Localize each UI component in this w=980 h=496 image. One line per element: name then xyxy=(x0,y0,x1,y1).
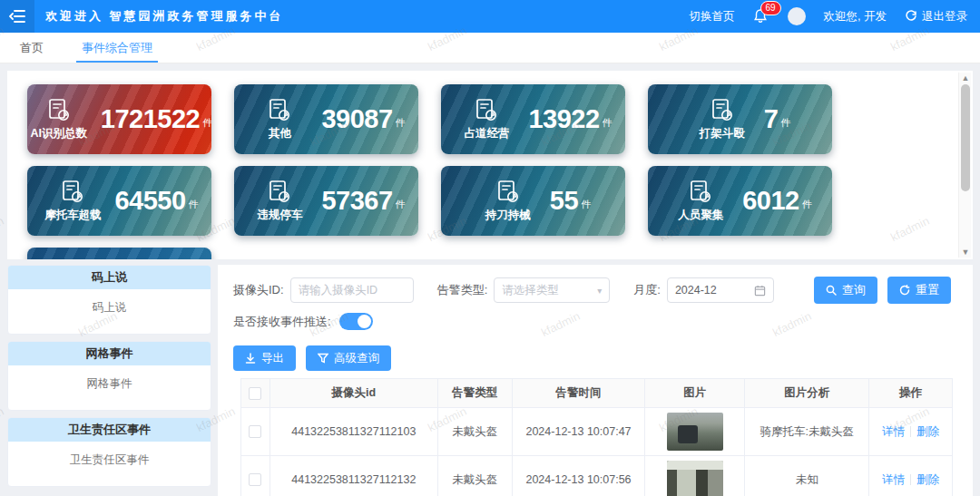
sidebar-card-title: 码上说 xyxy=(8,266,211,289)
document-sync-icon xyxy=(268,180,291,205)
stat-label: 打架斗殴 xyxy=(700,126,745,141)
alert-image[interactable] xyxy=(667,413,723,451)
stat-value: 64550 xyxy=(114,188,185,214)
stat-label: 其他 xyxy=(269,126,291,141)
month-picker[interactable]: 2024-12 xyxy=(667,277,774,303)
filter-funnel-icon xyxy=(318,353,328,364)
stat-card: 其他39087件 xyxy=(234,84,418,154)
tab-bar: 首页 事件综合管理 xyxy=(0,33,980,63)
sidebar-card-item[interactable]: 码上说 xyxy=(8,289,211,316)
export-button[interactable]: 导出 xyxy=(233,345,296,371)
alert-type-select[interactable]: 请选择类型 ▾ xyxy=(494,277,610,303)
notification-bell-icon[interactable]: 69 xyxy=(753,8,769,24)
user-avatar[interactable] xyxy=(788,7,806,25)
document-sync-icon xyxy=(496,180,520,205)
stat-label: 占道经营 xyxy=(464,126,509,141)
cell-camera-id: 44132253811327112103 xyxy=(270,408,438,456)
stat-value: 39087 xyxy=(321,106,392,132)
row-checkbox[interactable] xyxy=(249,425,261,438)
stat-label: 持刀持械 xyxy=(485,208,531,223)
app-title: 欢迎进入 智慧园洲政务管理服务中台 xyxy=(45,8,284,24)
cell-alert-type: 未戴头盔 xyxy=(438,456,513,496)
cell-analysis: 未知 xyxy=(745,456,869,496)
stat-value: 7 xyxy=(764,106,779,132)
document-sync-icon xyxy=(689,180,712,205)
cell-analysis: 骑摩托车:未戴头盔 xyxy=(745,408,869,456)
logout-icon xyxy=(905,10,917,23)
scrollbar-thumb[interactable] xyxy=(961,84,970,191)
switch-home-button[interactable]: 切换首页 xyxy=(690,9,735,24)
select-all-checkbox[interactable] xyxy=(249,387,261,400)
sidebar-card-item[interactable]: 网格事件 xyxy=(8,365,211,392)
stat-value: 57367 xyxy=(321,188,392,214)
document-sync-icon xyxy=(268,98,291,123)
stat-card: 打架斗殴7件 xyxy=(648,84,832,154)
document-sync-icon xyxy=(710,98,734,123)
table-row: 44132253811327112103 未戴头盔 2024-12-13 10:… xyxy=(241,408,953,456)
alert-type-label: 告警类型: xyxy=(437,282,488,298)
stat-card: 违规停车57367件 xyxy=(234,166,418,236)
stat-unit: 件 xyxy=(396,116,406,132)
search-button[interactable]: 查询 xyxy=(814,277,877,304)
watermark-text: kfadmin xyxy=(0,404,6,434)
stat-unit: 件 xyxy=(396,198,406,214)
tab-home[interactable]: 首页 xyxy=(20,33,44,63)
push-toggle-row: 是否接收事件推送: xyxy=(233,313,373,330)
stat-label: 摩托车超载 xyxy=(44,208,102,223)
divider xyxy=(910,474,911,485)
stats-panel: AI识别总数1721522件其他39087件占道经营13922件打架斗殴7件摩托… xyxy=(7,71,973,259)
col-alert-type: 告警类型 xyxy=(438,379,513,408)
month-value: 2024-12 xyxy=(675,284,717,297)
alert-image[interactable] xyxy=(667,461,723,496)
stat-unit: 件 xyxy=(189,198,199,214)
document-sync-icon xyxy=(61,180,84,205)
calendar-icon xyxy=(754,285,766,297)
notification-badge: 69 xyxy=(760,1,781,15)
delete-link[interactable]: 删除 xyxy=(916,424,939,440)
cell-alert-time: 2024-12-13 10:07:47 xyxy=(513,408,646,456)
download-icon xyxy=(245,353,256,364)
scroll-down-icon[interactable]: ▼ xyxy=(959,247,972,258)
push-toggle[interactable] xyxy=(339,313,373,330)
stat-label: 人员聚集 xyxy=(678,208,723,223)
col-alert-time: 告警时间 xyxy=(513,379,646,408)
row-checkbox[interactable] xyxy=(249,473,261,486)
cell-alert-time: 2024-12-13 10:07:56 xyxy=(513,456,646,496)
search-icon xyxy=(826,285,837,296)
advanced-query-button[interactable]: 高级查询 xyxy=(306,345,391,371)
alerts-table: 摄像头id 告警类型 告警时间 图片 图片分析 操作 4413225381132… xyxy=(240,378,953,496)
stat-label: AI识别总数 xyxy=(31,126,88,141)
stat-card: 摩托车超载64550件 xyxy=(27,166,211,236)
detail-link[interactable]: 详情 xyxy=(882,424,905,440)
stat-card-partial xyxy=(27,248,211,259)
chevron-down-icon: ▾ xyxy=(597,286,602,296)
welcome-text: 欢迎您, 开发 xyxy=(824,9,887,24)
sidebar-card-title: 卫生责任区事件 xyxy=(8,418,211,442)
camera-id-label: 摄像头ID: xyxy=(233,282,284,298)
stat-unit: 件 xyxy=(603,116,612,132)
sidebar-card-sanitation-events: 卫生责任区事件 卫生责任区事件 xyxy=(7,417,211,487)
sidebar-card-item[interactable]: 卫生责任区事件 xyxy=(8,442,211,468)
stats-scrollbar[interactable]: ▲ ▼ xyxy=(958,73,971,258)
camera-id-input[interactable] xyxy=(290,277,414,303)
reset-button[interactable]: 重置 xyxy=(887,277,951,304)
refresh-icon xyxy=(899,285,910,296)
detail-link[interactable]: 详情 xyxy=(882,472,905,488)
month-label: 月度: xyxy=(633,282,661,298)
cell-camera-id: 44132253811327112132 xyxy=(270,456,438,496)
app-header: 欢迎进入 智慧园洲政务管理服务中台 切换首页 69 欢迎您, 开发 退出登录 xyxy=(0,0,980,33)
table-actions: 导出 高级查询 xyxy=(233,345,391,371)
stat-value: 13922 xyxy=(528,106,599,132)
menu-fold-icon[interactable] xyxy=(0,0,34,33)
stat-unit: 件 xyxy=(581,198,591,214)
document-sync-icon xyxy=(47,98,71,123)
stat-value: 6012 xyxy=(742,188,799,214)
tab-event-management[interactable]: 事件综合管理 xyxy=(82,33,152,63)
scroll-up-icon[interactable]: ▲ xyxy=(959,73,972,83)
sidebar-card-grid-events: 网格事件 网格事件 xyxy=(7,341,211,411)
col-image-analysis: 图片分析 xyxy=(745,379,869,408)
stat-card: AI识别总数1721522件 xyxy=(27,84,211,154)
logout-button[interactable]: 退出登录 xyxy=(905,9,967,24)
stat-unit: 件 xyxy=(202,116,211,132)
delete-link[interactable]: 删除 xyxy=(916,472,939,488)
